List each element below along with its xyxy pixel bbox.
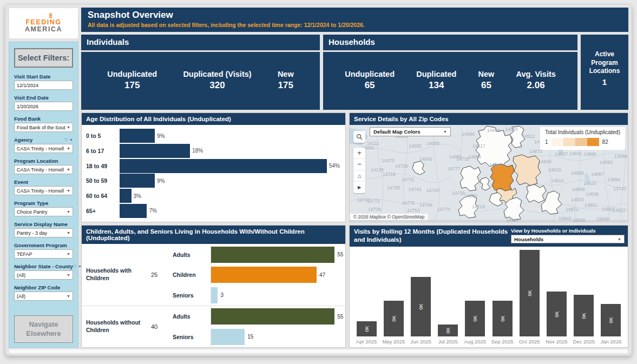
visits-bar[interactable]: 0K [547,292,567,336]
bar-label: 0K [554,311,560,317]
metric-value: 134 [416,80,456,91]
zip-label: 16927 [506,217,519,222]
search-icon [356,134,363,140]
page-subtitle: All data is adjusted based on selected f… [88,22,622,28]
neighbor-state-county-dropdown[interactable]: (All)▼ [14,270,73,280]
zip-label: 14850 [600,160,613,165]
comp-bar-track: 47 [211,265,345,284]
view-by-dropdown[interactable]: Households ▼ [511,235,625,243]
chevron-down-icon[interactable]: ▼ [69,138,73,142]
zip-label: 14706 [419,202,432,208]
visits-bar[interactable]: 0K [601,304,621,336]
metric-label: Avg. Visits [516,70,555,78]
service-display-name-dropdown[interactable]: Pantry - 3 day▼ [14,228,73,237]
agency-dropdown[interactable]: CASA Trinity - Hornell▼ [14,144,73,153]
filter-program-location: Program LocationCASA Trinity - Hornell▼ [14,158,73,174]
metric-value: 320 [183,80,251,91]
group-count: 25 [151,244,173,306]
age-value-label: 7% [149,208,156,214]
age-bar[interactable] [120,144,190,158]
household-group-households-without-children: Households without Children40Adults55Sen… [82,306,345,347]
filter-label: Agency▽▼ [14,137,73,143]
comp-value-label: 55 [337,314,343,320]
visit-end-date-field[interactable] [17,104,70,109]
dropdown-value: CASA Trinity - Hornell [17,167,64,173]
filter-label-text: Program Location [14,158,73,164]
visits-bar[interactable]: 0K [384,301,404,336]
visits-bar[interactable]: 0K [574,295,594,336]
comp-bar[interactable] [211,267,317,283]
metric-value: 2.06 [516,80,555,91]
kpi-households-title: Households [323,35,577,50]
visits-bar[interactable]: 0K [438,325,458,336]
map-colors-dropdown[interactable]: Default Map Colors ▼ [370,127,451,136]
neighbor-zip-code-dropdown[interactable]: (All)▼ [14,292,73,301]
age-row-6-to-17: 6 to 1718% [86,143,340,158]
visits-bar[interactable]: 0K [357,321,377,336]
navigate-elsewhere-button[interactable]: Navigate Elsewhere [14,315,73,343]
visits-bar[interactable]: 0K [492,301,513,336]
filter-funnel-icon[interactable]: ▽ [64,138,68,142]
visit-start-date-input[interactable] [14,81,73,90]
program-location-dropdown[interactable]: CASA Trinity - Hornell▼ [14,165,73,174]
age-bar[interactable] [120,189,132,203]
filter-label: Visit Start Date [14,74,73,80]
visit-start-date-field[interactable] [17,83,70,88]
filter-list: Visit Start DateVisit End DateFood BankF… [14,74,73,306]
select-filters-header[interactable]: Select Filters: [14,48,73,68]
dropdown-value: Pantry - 3 day [17,230,47,236]
comp-category-label: Seniors [173,334,211,340]
comp-bar[interactable] [211,247,334,263]
age-bar[interactable] [120,159,327,173]
visits-column-nov-2025: 0KNov 2025 [543,250,570,346]
age-bar[interactable] [120,174,155,188]
map-pan-button[interactable]: ▶ [353,182,365,193]
filter-visit-end-date: Visit End Date [14,95,73,111]
metric-new: New65 [478,70,494,110]
comp-value-label: 15 [247,334,253,340]
age-category-label: 6 to 17 [86,148,120,154]
event-dropdown[interactable]: CASA Trinity - Hornell Pa...▼ [14,186,73,195]
visits-column-may-2025: 0KMay 2025 [380,250,407,346]
bar-label: 0K [527,290,532,296]
visits-bar[interactable]: 0K [520,250,540,336]
filter-panel: Select Filters: Visit Start DateVisit En… [9,42,78,348]
visits-bar[interactable]: 0K [411,277,431,336]
metric-label: Duplicated [416,70,456,78]
bottom-scroll-strip[interactable] [9,349,628,353]
government-program-dropdown[interactable]: TEFAP▼ [14,249,73,259]
visits-bar[interactable]: 0K [465,301,485,336]
comp-bar[interactable] [211,308,334,325]
zoom-home-button[interactable]: ⌂ [353,170,365,182]
zip-label: 14886 [583,151,596,157]
filter-funnel-icon[interactable]: ▽ [73,264,76,269]
filter-label: Government Program [14,242,73,248]
filter-neighbor-state-county: Neighbor State - County▽▼(All)▼ [14,263,73,280]
filter-label: Visit End Date [14,95,73,101]
age-row-60-to-64: 60 to 643% [86,189,340,203]
comp-bar[interactable] [211,287,218,303]
visits-panel-title: Visits by Rolling 12 Months (Duplicated … [354,228,509,244]
zip-label: 14824 [583,181,596,186]
age-bar[interactable] [120,129,155,143]
filter-label: Program Location [14,158,73,164]
food-bank-dropdown[interactable]: Food Bank of the Southe...▼ [14,123,73,132]
chevron-down-icon: ▼ [67,231,70,235]
zoom-in-button[interactable]: + [353,148,365,159]
visit-end-date-input[interactable] [14,102,73,111]
active-locations-label: Active Program Locations [586,50,623,76]
comp-bar[interactable] [211,329,245,345]
metric-new: New175 [278,70,294,110]
chevron-down-icon: ▼ [67,294,70,298]
filter-event: EventCASA Trinity - Hornell Pa...▼ [14,179,73,195]
age-row-18-to-49: 18 to 4954% [86,158,340,173]
age-bar[interactable] [120,204,147,218]
map-canvas[interactable]: 1402514066140091405514111140811404214065… [350,125,628,222]
age-bar-track: 9% [120,129,340,143]
kpi-individuals-metrics: Unduplicated175Duplicated (Visits)320New… [81,52,320,110]
program-type-dropdown[interactable]: Choice Pantry▼ [14,207,73,216]
dropdown-value: CASA Trinity - Hornell Pa... [17,188,65,194]
map-search-button[interactable] [353,131,365,143]
zip-label: 13864 [607,177,620,182]
zoom-out-button[interactable]: − [353,159,365,170]
